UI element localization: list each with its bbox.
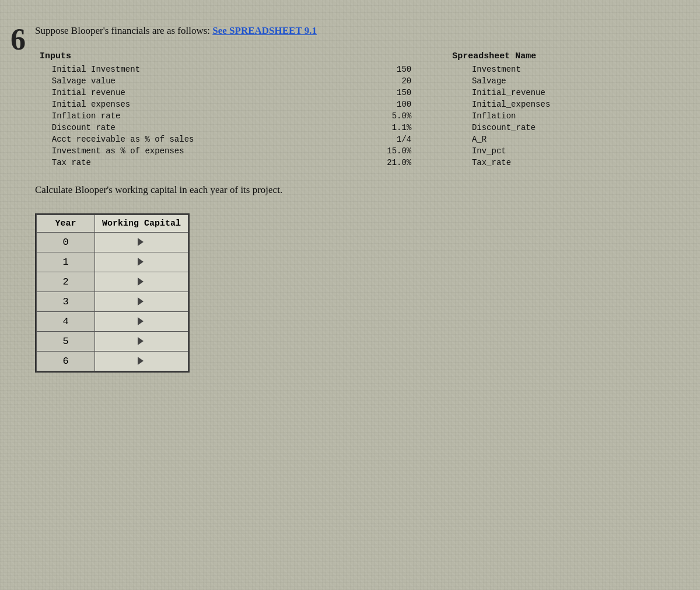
input-value: 1.1% — [341, 122, 429, 134]
wc-value-cell[interactable] — [95, 272, 188, 292]
table-row: Initial expenses 100 Initial_expenses — [35, 99, 665, 110]
input-spreadsheet-name: Investment — [429, 64, 665, 75]
arrow-icon — [138, 278, 144, 286]
table-row: Investment as % of expenses 15.0% Inv_pc… — [35, 145, 665, 157]
working-capital-table-wrapper: Year Working Capital 0 1 2 3 4 5 6 — [35, 213, 190, 373]
year-cell: 0 — [37, 233, 95, 252]
table-row: 6 — [37, 352, 188, 371]
year-cell: 5 — [37, 332, 95, 352]
calculate-text: Calculate Blooper's working capital in e… — [35, 182, 665, 198]
table-row: Acct receivable as % of sales 1/4 A_R — [35, 134, 665, 145]
input-value: 150 — [341, 87, 429, 99]
wc-value-cell[interactable] — [95, 292, 188, 312]
input-label: Salvage value — [35, 75, 341, 87]
input-spreadsheet-name: Initial_revenue — [429, 87, 665, 99]
inputs-header: Inputs — [35, 50, 341, 64]
spreadsheet-link[interactable]: See SPREADSHEET 9.1 — [212, 25, 317, 36]
table-row: 1 — [37, 252, 188, 272]
input-value: 20 — [341, 75, 429, 87]
input-value: 1/4 — [341, 134, 429, 145]
year-cell: 6 — [37, 352, 95, 371]
input-value: 150 — [341, 64, 429, 75]
table-row: 0 — [37, 233, 188, 252]
input-label: Discount rate — [35, 122, 341, 134]
arrow-icon — [138, 337, 144, 345]
arrow-icon — [138, 297, 144, 305]
year-cell: 3 — [37, 292, 95, 312]
input-spreadsheet-name: Initial_expenses — [429, 99, 665, 110]
input-label: Initial expenses — [35, 99, 341, 110]
table-row: Initial revenue 150 Initial_revenue — [35, 87, 665, 99]
year-cell: 2 — [37, 272, 95, 292]
input-label: Acct receivable as % of sales — [35, 134, 341, 145]
arrow-icon — [138, 317, 144, 325]
input-value: 15.0% — [341, 145, 429, 157]
working-capital-table: Year Working Capital 0 1 2 3 4 5 6 — [36, 215, 188, 371]
table-row: Inflation rate 5.0% Inflation — [35, 110, 665, 122]
input-label: Initial Investment — [35, 64, 341, 75]
wc-value-cell[interactable] — [95, 233, 188, 252]
wc-value-cell[interactable] — [95, 332, 188, 352]
input-value: 5.0% — [341, 110, 429, 122]
input-label: Inflation rate — [35, 110, 341, 122]
table-row: 3 — [37, 292, 188, 312]
input-spreadsheet-name: Inflation — [429, 110, 665, 122]
table-row: 4 — [37, 312, 188, 332]
arrow-icon — [138, 258, 144, 266]
question-text: Suppose Blooper's financials are as foll… — [35, 23, 665, 38]
table-row: Discount rate 1.1% Discount_rate — [35, 122, 665, 134]
table-row: Tax rate 21.0% Tax_rate — [35, 157, 665, 168]
table-row: Initial Investment 150 Investment — [35, 64, 665, 75]
wc-column-header: Working Capital — [95, 215, 188, 233]
inputs-table: Inputs Spreadsheet Name Initial Investme… — [35, 50, 665, 168]
table-row: Salvage value 20 Salvage — [35, 75, 665, 87]
input-spreadsheet-name: Salvage — [429, 75, 665, 87]
wc-value-cell[interactable] — [95, 352, 188, 371]
wc-value-cell[interactable] — [95, 312, 188, 332]
input-spreadsheet-name: Tax_rate — [429, 157, 665, 168]
arrow-icon — [138, 238, 144, 246]
input-label: Tax rate — [35, 157, 341, 168]
arrow-icon — [138, 357, 144, 365]
year-cell: 1 — [37, 252, 95, 272]
wc-value-cell[interactable] — [95, 252, 188, 272]
year-column-header: Year — [37, 215, 95, 233]
table-row: 5 — [37, 332, 188, 352]
input-label: Investment as % of expenses — [35, 145, 341, 157]
table-row: 2 — [37, 272, 188, 292]
input-label: Initial revenue — [35, 87, 341, 99]
input-spreadsheet-name: Discount_rate — [429, 122, 665, 134]
input-value: 21.0% — [341, 157, 429, 168]
input-spreadsheet-name: A_R — [429, 134, 665, 145]
year-cell: 4 — [37, 312, 95, 332]
input-value: 100 — [341, 99, 429, 110]
input-spreadsheet-name: Inv_pct — [429, 145, 665, 157]
